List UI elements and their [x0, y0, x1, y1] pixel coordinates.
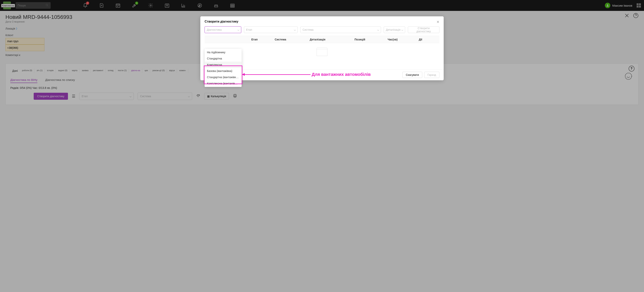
diag-dropdown: На підйомникуСтандартнаКомплекснаБазова … — [204, 49, 242, 87]
dropdown-item[interactable]: На підйомнику — [204, 49, 242, 55]
ok-button[interactable]: Гаразд — [424, 72, 440, 78]
col-pos: Позицій — [354, 38, 388, 41]
create-diagnostic-modal: Створити діагностику ✕ Діагностика Етап … — [200, 16, 444, 80]
chevron-down-icon — [238, 29, 240, 31]
col-system: Система — [275, 38, 310, 41]
dropdown-item[interactable]: Стандартна — [204, 55, 242, 62]
dropdown-item[interactable]: Базова (вантажівка) — [204, 68, 242, 74]
annotation-arrow — [242, 74, 310, 75]
modal-detail-select[interactable]: Деталізація — [384, 26, 405, 33]
col-time: Час(хв) — [388, 38, 419, 41]
empty-icon — [316, 49, 328, 56]
modal-system-select[interactable]: Система — [300, 26, 381, 33]
col-stage: Етап — [251, 38, 275, 41]
chevron-down-icon — [294, 29, 296, 31]
dropdown-item[interactable]: Комплексна (вантажів… — [204, 80, 242, 87]
modal-title: Створити діагностику — [204, 20, 238, 23]
col-plan — [204, 38, 251, 41]
modal-create-button[interactable]: Створити діагностику — [408, 26, 440, 33]
annotation-text: Для вантажних автомобілів — [312, 72, 371, 77]
modal-stage-select[interactable]: Етап — [244, 26, 298, 33]
dropdown-item[interactable]: Стандартна (вантажівк… — [204, 74, 242, 80]
chevron-down-icon — [402, 29, 404, 31]
dropdown-item[interactable]: Комплексна — [204, 62, 242, 68]
col-detail: Деталізація — [310, 38, 354, 41]
modal-diag-select[interactable]: Діагностика — [204, 26, 241, 33]
chevron-down-icon — [377, 29, 379, 31]
col-act: Дії — [419, 38, 434, 41]
cancel-button[interactable]: Скасувати — [402, 72, 422, 78]
modal-close-button[interactable]: ✕ — [436, 20, 440, 24]
